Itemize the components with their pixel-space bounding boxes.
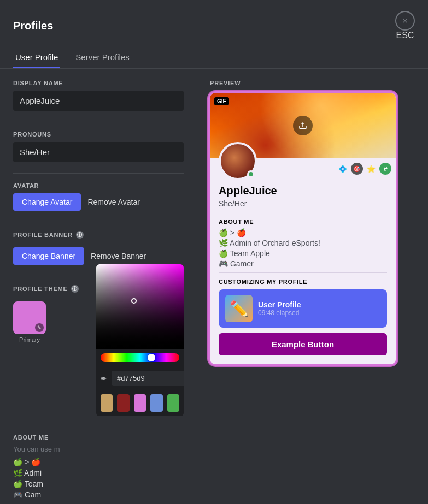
pronouns-input[interactable] [13,142,184,162]
banner-info-icon: ⓘ [76,231,84,239]
profile-banner-label: PROFILE BANNER [13,232,73,238]
primary-swatch-wrap: ✎ Primary [13,301,46,343]
profile-divider-2 [219,272,387,273]
swatch-4[interactable] [150,394,162,412]
about-line-3: 🍏 Team [13,479,184,488]
display-name-section: DISPLAY NAME [13,80,184,111]
preview-about-1: 🍏 > 🍎 [219,228,387,237]
about-me-label: ABOUT ME [13,434,184,441]
avatar-btn-row: Change Avatar Remove Avatar [13,193,184,211]
preview-about-4: 🎮 Gamer [219,259,387,268]
about-me-section: ABOUT ME You can use m 🍏 > 🍎 🌿 Admi 🍏 Te… [13,434,184,499]
tab-user-profile[interactable]: User Profile [13,47,60,68]
hex-input[interactable] [112,371,184,386]
activity-elapsed: 09:48 elapsed [258,309,380,317]
profile-pronouns: She/Her [219,199,387,208]
hex-row: ✒ [96,366,184,390]
activity-info: User Profile 09:48 elapsed [258,300,380,317]
profile-divider-1 [219,214,387,214]
display-name-input[interactable] [13,91,184,111]
color-cursor [131,298,137,304]
activity-icon: ✏️ [225,295,253,322]
avatar-section: AVATAR Change Avatar Remove Avatar [13,182,184,211]
about-line-4: 🎮 Gam [13,490,184,499]
swatches-row [96,390,184,416]
preview-label: PREVIEW [210,80,415,86]
banner-btn-row: Change Banner Remove Banner [13,247,184,265]
badge-diamond: 💠 [337,163,349,175]
theme-info-icon: ⓘ [71,285,79,293]
profile-theme-section: PROFILE THEME ⓘ ✎ Primary [13,285,184,416]
color-picker: ✒ [96,264,184,416]
divider-5 [13,425,184,425]
hue-slider[interactable] [101,353,179,362]
badge-star: ⭐ [365,163,377,175]
esc-label: ESC [396,31,414,40]
profile-banner-label-row: PROFILE BANNER ⓘ [13,231,184,239]
display-name-label: DISPLAY NAME [13,80,184,86]
modal-header: Profiles × ESC [0,0,428,40]
close-button[interactable]: × [395,11,415,31]
left-panel: DISPLAY NAME PRONOUNS AVATAR Change Avat… [0,69,197,504]
banner-edit-icon[interactable] [293,116,313,135]
change-avatar-button[interactable]: Change Avatar [13,193,81,211]
customizing-label: CUSTOMIZING MY PROFILE [219,278,387,285]
preview-about-label: ABOUT ME [219,218,387,225]
badge-hash: # [379,163,391,175]
profile-display-name: AppleJuice [219,185,387,197]
about-line-2: 🌿 Admi [13,469,184,477]
badge-circle: 🎯 [351,163,363,175]
avatar-wrap [219,142,257,180]
content-area: DISPLAY NAME PRONOUNS AVATAR Change Avat… [0,69,428,504]
primary-label: Primary [13,336,46,343]
pronouns-section: PRONOUNS [13,131,184,162]
preview-about-3: 🍏 Team Apple [219,249,387,258]
activity-card: ✏️ User Profile 09:48 elapsed [219,289,387,328]
gif-badge: GIF [214,97,229,105]
pronouns-label: PRONOUNS [13,131,184,138]
eyedropper-icon[interactable]: ✒ [101,374,107,383]
tab-server-profiles[interactable]: Server Profiles [73,47,131,68]
avatar-label: AVATAR [13,182,184,189]
modal-title: Profiles [13,20,53,32]
right-panel: PREVIEW GIF [197,69,428,504]
about-line-1: 🍏 > 🍎 [13,458,184,466]
divider-1 [13,122,184,122]
tabs-bar: User Profile Server Profiles [0,47,428,69]
close-area: × ESC [395,11,415,40]
profile-card: GIF [210,93,396,364]
color-gradient-canvas[interactable] [96,264,184,349]
swatch-1[interactable] [101,394,113,412]
primary-color-swatch[interactable]: ✎ [13,301,46,334]
change-banner-button[interactable]: Change Banner [13,247,84,265]
remove-banner-button[interactable]: Remove Banner [91,247,146,265]
profile-banner-section: PROFILE BANNER ⓘ Change Banner Remove Ba… [13,231,184,265]
hue-thumb [148,354,155,361]
preview-about-2: 🌿 Admin of Orchard eSports! [219,239,387,247]
example-button[interactable]: Example Button [219,333,387,355]
divider-2 [13,173,184,174]
swatch-edit-icon: ✎ [35,323,44,332]
profile-body: 💠 🎯 ⭐ # AppleJuice She/Her ABOUT ME 🍏 > … [210,158,396,364]
swatch-3[interactable] [134,394,146,412]
badges-row: 💠 🎯 ⭐ # [337,163,391,175]
theme-label: PROFILE THEME [13,286,68,292]
close-icon: × [402,15,408,27]
remove-avatar-button[interactable]: Remove Avatar [87,193,139,211]
activity-title: User Profile [258,300,380,309]
divider-3 [13,222,184,222]
profiles-modal: Profiles × ESC User Profile Server Profi… [0,0,428,504]
online-status-dot [247,170,255,178]
swatch-5[interactable] [167,394,179,412]
swatch-2[interactable] [117,394,129,412]
about-me-hint: You can use m [13,445,184,453]
